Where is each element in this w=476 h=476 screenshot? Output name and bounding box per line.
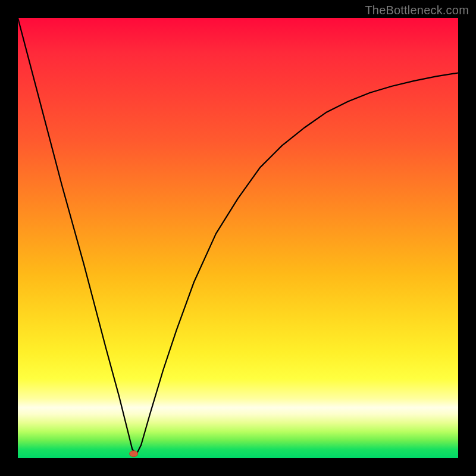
plot-area — [18, 18, 458, 458]
curve-path — [18, 18, 458, 454]
watermark-text: TheBottleneck.com — [365, 4, 469, 17]
optimal-point-marker — [130, 451, 138, 457]
chart-frame: TheBottleneck.com — [0, 0, 476, 476]
bottleneck-curve — [18, 18, 458, 458]
